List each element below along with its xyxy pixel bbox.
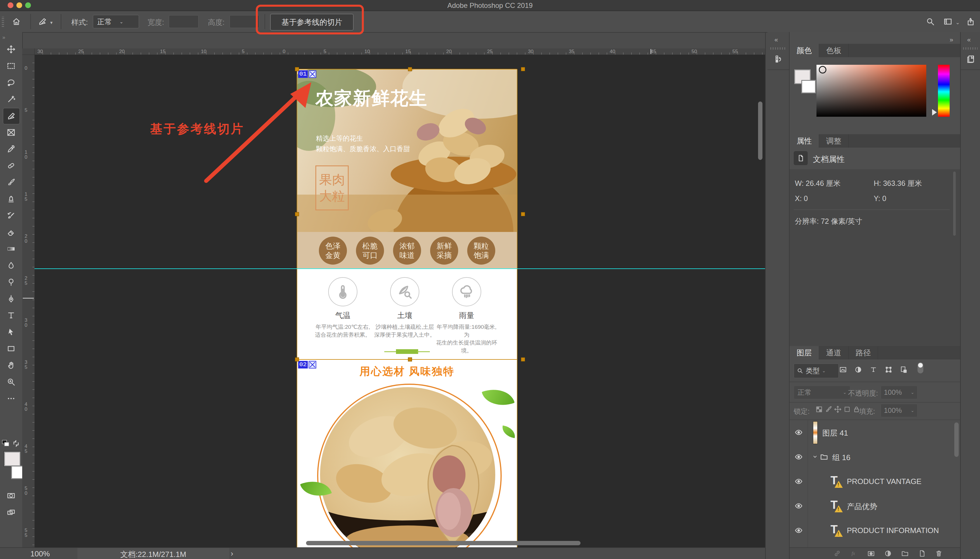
tool-eraser-icon[interactable] [3,224,19,240]
eye-icon[interactable] [789,469,808,494]
tool-hand-icon[interactable] [3,357,19,373]
slice-handle[interactable] [408,67,412,71]
share-icon[interactable] [962,14,979,30]
default-colors-icon[interactable] [1,439,10,448]
type-filter-icon[interactable] [870,366,877,374]
search-icon[interactable] [922,14,939,30]
slice-handle[interactable] [521,212,525,216]
slice-tool-icon[interactable] [35,14,51,30]
chevron-down-icon[interactable] [812,453,818,460]
opacity-input[interactable]: 100%⌄ [881,386,917,399]
collapse-panels-icon[interactable]: « [774,36,777,44]
tool-type-icon[interactable] [3,308,19,323]
tool-dropdown-chevron[interactable]: ▾ [50,20,53,25]
layer-row[interactable]: T产品信息 [789,542,960,547]
canvas[interactable]: 农家新鲜花生 精选上等的花生 颗粒饱满、质脆香浓、入口香甜 果肉大粒 色泽金黄松… [297,69,517,547]
link-icon[interactable] [833,550,841,557]
pixel-layer-filter-icon[interactable] [839,366,847,374]
adjustment-filter-icon[interactable] [854,366,862,374]
smart-object-filter-icon[interactable] [900,366,907,374]
slice-handle[interactable] [521,67,525,71]
layers-scrollbar[interactable] [954,422,959,457]
width-input[interactable] [169,15,199,28]
horizontal-ruler[interactable]: 302520151050510152025303540455055 [35,48,765,55]
tool-blur-icon[interactable] [3,258,19,273]
lock-artboard-lock-icon[interactable] [843,405,851,413]
panel-grabber[interactable] [963,47,978,50]
tool-history-brush-icon[interactable] [3,208,19,223]
tool-move-icon[interactable] [3,41,19,57]
eye-icon[interactable] [789,420,808,445]
tool-zoom-icon[interactable] [3,374,19,390]
screen-mode-icon[interactable] [3,505,19,521]
tab-properties[interactable]: 属性 [789,134,819,148]
layer-row[interactable]: T产品优势 [789,494,960,518]
text-layer-icon[interactable]: T [831,523,844,538]
tool-patch-icon[interactable] [3,158,19,174]
workspace-chevron-icon[interactable]: ⌄ [955,19,960,26]
new-layer-icon[interactable] [918,550,926,557]
hue-slider-marker[interactable] [932,109,937,116]
height-input[interactable] [229,15,259,28]
lock-checker-lock-icon[interactable] [815,405,823,413]
layer-filter-type-select[interactable]: 类型 ⌄ [794,364,839,378]
collapse-libraries-icon[interactable]: « [967,36,970,44]
adjustment-icon[interactable] [884,550,892,557]
slice-boundary-bottom[interactable] [297,359,517,360]
layer-filter-toggle[interactable] [917,362,924,374]
delete-icon[interactable] [935,550,943,557]
swap-colors-icon[interactable] [12,439,20,448]
text-layer-icon[interactable]: T [831,474,844,488]
options-bar-grabber[interactable] [2,17,4,27]
eye-icon[interactable] [789,494,808,518]
eye-icon[interactable] [789,542,808,547]
tab-paths[interactable]: 路径 [849,346,878,359]
eye-icon[interactable] [789,518,808,542]
history-panel-icon[interactable] [770,51,787,67]
tab-color[interactable]: 颜色 [789,44,819,57]
panel-grabber[interactable] [770,47,786,50]
tool-ellipsis-icon[interactable] [3,391,19,407]
expand-panels-icon[interactable]: » [950,36,953,44]
guide-line[interactable] [35,268,765,269]
tab-adjustments[interactable]: 调整 [819,134,849,148]
horizontal-scrollbar[interactable] [306,541,580,545]
tool-clone-stamp-icon[interactable] [3,191,19,207]
layer-row[interactable]: TPRODUCT VANTAGE [789,469,960,494]
quick-mask-icon[interactable] [3,488,19,504]
lock-brush-icon[interactable] [825,405,832,413]
foreground-color-swatch[interactable] [4,452,20,466]
document-size-info[interactable]: 文档:22.1M/271.1M [77,549,229,559]
layer-row[interactable]: 图层 41 [789,420,960,445]
layer-thumbnail[interactable] [813,421,817,444]
layer-row[interactable]: 组 16 [789,445,960,470]
tool-rectangle-icon[interactable] [3,341,19,357]
home-icon[interactable] [8,14,25,30]
layer-row[interactable]: TPRODUCT INFORMATION [789,518,960,543]
background-color-swatch[interactable] [801,80,816,93]
vertical-scrollbar[interactable] [758,101,763,160]
tab-channels[interactable]: 通道 [819,346,849,359]
fx-icon[interactable]: fx [851,550,858,557]
group-folder-icon[interactable] [901,550,909,557]
shape-filter-icon[interactable] [885,366,892,374]
tool-lasso-icon[interactable] [3,75,19,91]
layer-mask-icon[interactable] [867,550,875,557]
tool-frame-icon[interactable] [3,124,19,141]
color-field-cursor[interactable] [819,66,826,73]
slice-boundary-top[interactable] [297,69,517,69]
text-layer-icon[interactable]: T [831,498,844,513]
tool-path-select-icon[interactable] [3,324,19,340]
color-field[interactable] [816,65,926,117]
slice-handle[interactable] [521,357,525,362]
eye-icon[interactable] [789,445,808,469]
slice-handle[interactable] [408,357,412,362]
tool-eyedropper-icon[interactable] [3,141,19,157]
tool-magic-wand-icon[interactable] [3,91,19,107]
tool-pen-icon[interactable] [3,291,19,307]
toolbar-grabber[interactable]: » [2,35,6,41]
zoom-level[interactable]: 100% [30,549,50,558]
hue-slider[interactable] [938,65,950,117]
fill-input[interactable]: 100%⌄ [881,404,917,417]
style-select[interactable]: 正常 ⌄ [93,15,139,28]
